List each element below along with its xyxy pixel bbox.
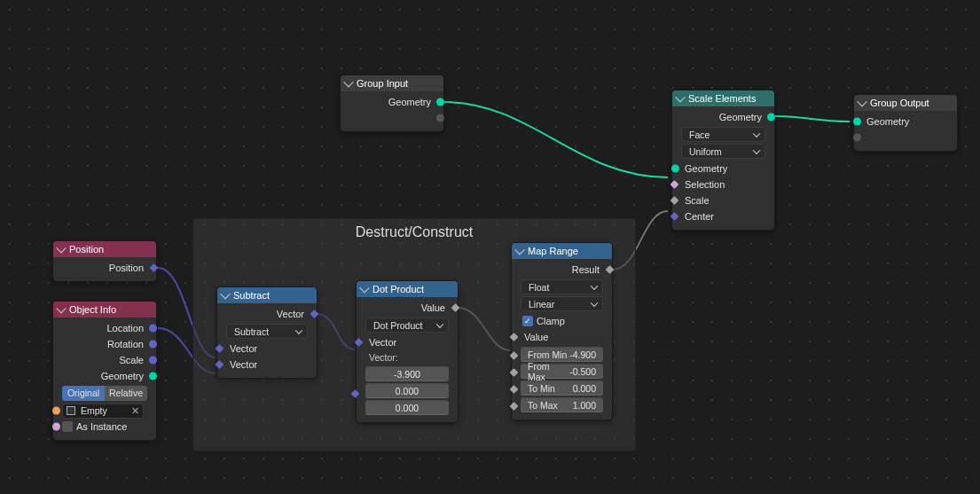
socket-label: Value xyxy=(421,302,445,313)
socket-in-to-max[interactable] xyxy=(510,402,519,411)
node-group-input[interactable]: Group Input Geometry xyxy=(340,74,444,132)
socket-label: Vector xyxy=(369,337,396,348)
socket-in-center[interactable] xyxy=(670,212,679,221)
input-selection[interactable]: Selection xyxy=(676,176,771,192)
data-type-dropdown[interactable]: Float xyxy=(521,279,603,294)
output-rotation[interactable]: Rotation xyxy=(57,336,153,352)
socket-out-geometry[interactable] xyxy=(149,372,157,380)
socket-in-scale[interactable] xyxy=(670,196,679,205)
node-object-info[interactable]: Object Info Location Rotation Scale Geom… xyxy=(52,301,157,441)
socket-label: Vector xyxy=(230,359,257,370)
socket-label: Geometry xyxy=(719,112,762,122)
node-scale-elements[interactable]: Scale Elements Geometry Face Uniform Geo… xyxy=(671,90,775,231)
input-scale[interactable]: Scale xyxy=(676,192,771,208)
node-subtract[interactable]: Subtract Vector Subtract Vector Vector xyxy=(216,286,318,379)
node-header[interactable]: Dot Product xyxy=(357,281,458,297)
socket-in-to-min[interactable] xyxy=(510,385,519,394)
socket-out-scale[interactable] xyxy=(149,357,157,365)
input-value[interactable]: Value xyxy=(515,329,608,345)
vector-z-field[interactable]: 0.000 xyxy=(365,400,449,415)
to-min-field[interactable]: To Min0.000 xyxy=(521,380,603,396)
output-result[interactable]: Result xyxy=(515,262,608,278)
socket-out-value[interactable] xyxy=(451,303,460,312)
input-object[interactable]: Empty ✕ xyxy=(57,403,153,419)
socket-in-object[interactable] xyxy=(52,407,60,415)
input-vector-a[interactable]: Vector xyxy=(221,341,313,357)
socket-out-result[interactable] xyxy=(606,265,615,274)
socket-in-geometry[interactable] xyxy=(853,118,861,126)
socket-out-virtual[interactable] xyxy=(436,114,444,122)
socket-in-value[interactable] xyxy=(510,333,519,341)
socket-label: Location xyxy=(106,323,144,333)
to-max-field[interactable]: To Max1.000 xyxy=(521,397,603,412)
output-geometry[interactable]: Geometry xyxy=(676,109,771,125)
operation-dropdown[interactable]: Subtract xyxy=(226,324,308,339)
socket-label: Scale xyxy=(685,195,710,206)
output-scale[interactable]: Scale xyxy=(57,352,153,368)
socket-out-vector[interactable] xyxy=(310,310,319,318)
socket-label: Vector xyxy=(230,343,257,354)
mode-relative[interactable]: Relative xyxy=(105,386,147,401)
output-location[interactable]: Location xyxy=(57,320,153,336)
socket-in-geometry[interactable] xyxy=(671,165,679,173)
node-header[interactable]: Subtract xyxy=(217,287,317,303)
input-as-instance[interactable]: As Instance xyxy=(57,419,153,435)
frame-title: Destruct/Construct xyxy=(193,224,635,240)
socket-out-rotation[interactable] xyxy=(149,341,157,349)
socket-in-vector[interactable] xyxy=(355,338,364,347)
socket-out-position[interactable] xyxy=(150,263,159,272)
output-extra[interactable] xyxy=(344,110,440,126)
input-vector[interactable]: Vector xyxy=(360,334,454,350)
node-position[interactable]: Position Position xyxy=(52,240,157,282)
socket-out-location[interactable] xyxy=(149,325,157,333)
from-min-field[interactable]: From Min-4.900 xyxy=(521,347,603,362)
socket-out-geometry[interactable] xyxy=(436,98,444,106)
object-data-icon xyxy=(67,406,75,415)
socket-out-geometry[interactable] xyxy=(767,114,775,122)
mode-dropdown[interactable]: Uniform xyxy=(681,144,765,159)
mode-original[interactable]: Original xyxy=(62,386,105,401)
interpolation-dropdown[interactable]: Linear xyxy=(521,296,603,311)
input-vector-b[interactable]: Vector xyxy=(221,357,313,372)
node-header[interactable]: Object Info xyxy=(53,302,156,318)
output-vector[interactable]: Vector xyxy=(221,306,313,322)
node-dot-product[interactable]: Dot Product Value Dot Product Vector Vec… xyxy=(356,280,459,423)
socket-label: Geometry xyxy=(685,163,727,174)
input-geometry[interactable]: Geometry xyxy=(858,114,953,129)
input-extra[interactable] xyxy=(858,129,953,145)
output-geometry[interactable]: Geometry xyxy=(57,368,153,384)
node-header[interactable]: Scale Elements xyxy=(672,90,774,106)
object-name: Empty xyxy=(81,405,107,416)
vector-y-field[interactable]: 0.000 xyxy=(365,383,449,398)
transform-space-toggle[interactable]: Original Relative xyxy=(62,386,147,401)
output-value[interactable]: Value xyxy=(360,300,454,316)
node-header[interactable]: Group Input xyxy=(341,75,443,91)
socket-label: As Instance xyxy=(76,421,127,432)
operation-dropdown[interactable]: Dot Product xyxy=(365,318,449,333)
clamp-checkbox[interactable]: ✓ xyxy=(522,316,533,326)
domain-dropdown[interactable]: Face xyxy=(681,127,765,142)
node-group-output[interactable]: Group Output Geometry xyxy=(853,94,958,152)
vector-x-field[interactable]: -3.900 xyxy=(365,366,449,381)
input-center[interactable]: Center xyxy=(676,208,771,224)
socket-label: Position xyxy=(109,263,144,273)
clamp-row[interactable]: ✓ Clamp xyxy=(515,313,608,329)
node-header[interactable]: Position xyxy=(53,241,156,257)
input-geometry[interactable]: Geometry xyxy=(676,161,771,176)
socket-in-from-min[interactable] xyxy=(510,351,519,360)
object-picker[interactable]: Empty ✕ xyxy=(62,404,144,419)
from-max-field[interactable]: From Max-0.500 xyxy=(521,364,603,379)
socket-in-as-instance[interactable] xyxy=(52,423,60,431)
node-header[interactable]: Map Range xyxy=(512,243,612,259)
clear-object-icon[interactable]: ✕ xyxy=(131,405,139,416)
as-instance-checkbox[interactable] xyxy=(62,421,73,432)
socket-in-virtual[interactable] xyxy=(853,134,861,142)
socket-in-from-max[interactable] xyxy=(510,368,519,377)
node-map-range[interactable]: Map Range Result Float Linear ✓ Clamp Va… xyxy=(511,242,613,420)
socket-in-vector-a[interactable] xyxy=(216,344,224,353)
output-geometry[interactable]: Geometry xyxy=(344,94,440,110)
output-position[interactable]: Position xyxy=(57,260,153,276)
socket-in-vector-b[interactable] xyxy=(216,360,224,369)
node-header[interactable]: Group Output xyxy=(854,95,957,111)
socket-in-selection[interactable] xyxy=(670,180,679,189)
